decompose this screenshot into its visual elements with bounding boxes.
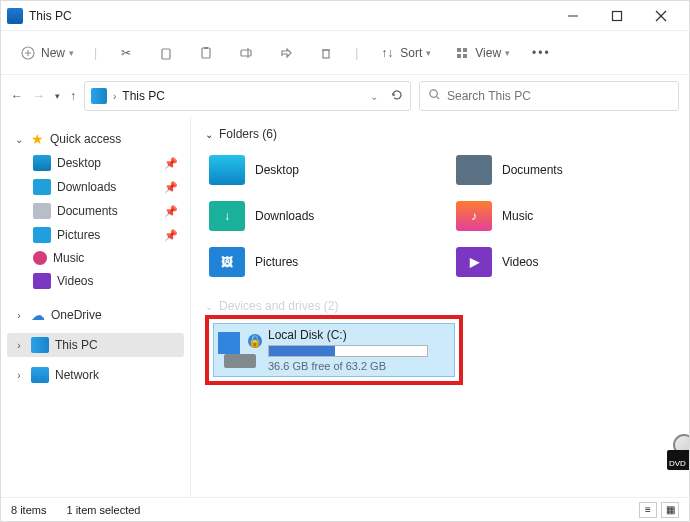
- sidebar-item-desktop[interactable]: Desktop 📌: [7, 151, 184, 175]
- sidebar-item-label: Documents: [57, 204, 118, 218]
- status-bar: 8 items 1 item selected ≡ ▦: [1, 497, 689, 521]
- pin-icon: 📌: [164, 229, 178, 242]
- forward-button[interactable]: →: [33, 89, 45, 103]
- drive-tile-local-disk[interactable]: 🔓 Local Disk (C:) 36.6 GB free of 63.2 G…: [213, 323, 455, 377]
- folder-tile-downloads[interactable]: ↓ Downloads: [205, 197, 428, 235]
- sidebar-item-videos[interactable]: Videos: [7, 269, 184, 293]
- share-button[interactable]: [269, 40, 303, 66]
- documents-icon: [33, 203, 51, 219]
- recent-locations-button[interactable]: ▾: [55, 91, 60, 101]
- lock-icon: 🔓: [248, 334, 262, 348]
- window-title: This PC: [29, 9, 72, 23]
- svg-rect-12: [323, 50, 329, 58]
- search-input[interactable]: [447, 89, 670, 103]
- folder-tile-documents[interactable]: Documents: [452, 151, 675, 189]
- sidebar-item-pictures[interactable]: Pictures 📌: [7, 223, 184, 247]
- folder-tile-videos[interactable]: ▶ Videos: [452, 243, 675, 281]
- pin-icon: 📌: [164, 181, 178, 194]
- sidebar-item-documents[interactable]: Documents 📌: [7, 199, 184, 223]
- group-header-devices[interactable]: ⌄ Devices and drives (2): [205, 299, 675, 313]
- folder-tile-pictures[interactable]: 🖼 Pictures: [205, 243, 428, 281]
- chevron-down-icon: ⌄: [13, 134, 25, 145]
- tile-label: Pictures: [255, 255, 298, 269]
- svg-rect-8: [202, 48, 210, 58]
- drive-tile-dvd[interactable]: DVD DVD Drive (D:): [661, 431, 689, 473]
- group-header-folders[interactable]: ⌄ Folders (6): [205, 127, 675, 141]
- share-icon: [277, 44, 295, 62]
- tiles-view-button[interactable]: ▦: [661, 502, 679, 518]
- toolbar: New ▾ | ✂ | ↑↓ Sort ▾ View ▾ •••: [1, 31, 689, 75]
- sidebar-item-music[interactable]: Music: [7, 247, 184, 269]
- sidebar-item-this-pc[interactable]: › This PC: [7, 333, 184, 357]
- rename-button[interactable]: [229, 40, 263, 66]
- drive-icon: 🔓: [218, 332, 260, 368]
- navigation-bar: ← → ▾ ↑ › This PC ⌄: [1, 75, 689, 117]
- folder-tile-desktop[interactable]: Desktop: [205, 151, 428, 189]
- videos-icon: ▶: [456, 247, 492, 277]
- copy-icon: [157, 44, 175, 62]
- tile-label: Documents: [502, 163, 563, 177]
- close-button[interactable]: [639, 2, 683, 30]
- chevron-right-icon: ›: [13, 310, 25, 321]
- title-bar: This PC: [1, 1, 689, 31]
- chevron-down-icon: ⌄: [205, 129, 213, 140]
- up-button[interactable]: ↑: [70, 89, 76, 103]
- details-view-button[interactable]: ≡: [639, 502, 657, 518]
- rename-icon: [237, 44, 255, 62]
- sidebar-item-network[interactable]: › Network: [7, 363, 184, 387]
- music-icon: [33, 251, 47, 265]
- back-button[interactable]: ←: [11, 89, 23, 103]
- sidebar-item-label: Quick access: [50, 132, 121, 146]
- view-button[interactable]: View ▾: [445, 40, 518, 66]
- plus-icon: [19, 44, 37, 62]
- group-label: Folders (6): [219, 127, 277, 141]
- paste-button[interactable]: [189, 40, 223, 66]
- downloads-icon: ↓: [209, 201, 245, 231]
- status-selection-count: 1 item selected: [66, 504, 140, 516]
- paste-icon: [197, 44, 215, 62]
- group-label: Devices and drives (2): [219, 299, 338, 313]
- address-bar[interactable]: › This PC ⌄: [84, 81, 411, 111]
- drive-free-text: 36.6 GB free of 63.2 GB: [268, 360, 450, 372]
- chevron-down-icon[interactable]: ⌄: [370, 91, 378, 102]
- dvd-badge: DVD: [667, 450, 689, 470]
- highlighted-region: 🔓 Local Disk (C:) 36.6 GB free of 63.2 G…: [205, 315, 463, 385]
- new-label: New: [41, 46, 65, 60]
- copy-button[interactable]: [149, 40, 183, 66]
- minimize-button[interactable]: [551, 2, 595, 30]
- sidebar-item-downloads[interactable]: Downloads 📌: [7, 175, 184, 199]
- sort-button[interactable]: ↑↓ Sort ▾: [370, 40, 439, 66]
- sidebar-item-label: Downloads: [57, 180, 116, 194]
- app-icon: [7, 8, 23, 24]
- desktop-icon: [33, 155, 51, 171]
- sort-icon: ↑↓: [378, 44, 396, 62]
- search-icon: [428, 88, 441, 104]
- sidebar-item-label: Pictures: [57, 228, 100, 242]
- delete-button[interactable]: [309, 40, 343, 66]
- cut-button[interactable]: ✂: [109, 40, 143, 66]
- maximize-button[interactable]: [595, 2, 639, 30]
- svg-rect-16: [457, 54, 461, 58]
- pictures-icon: 🖼: [209, 247, 245, 277]
- network-icon: [31, 367, 49, 383]
- chevron-right-icon: ›: [113, 91, 116, 102]
- folder-tile-music[interactable]: ♪ Music: [452, 197, 675, 235]
- refresh-button[interactable]: [390, 88, 404, 105]
- star-icon: ★: [31, 131, 44, 147]
- trash-icon: [317, 44, 335, 62]
- dvd-drive-icon: DVD: [661, 434, 685, 470]
- view-icon: [453, 44, 471, 62]
- svg-rect-1: [613, 11, 622, 20]
- more-button[interactable]: •••: [524, 42, 559, 64]
- breadcrumb[interactable]: This PC: [122, 89, 364, 103]
- cut-icon: ✂: [117, 44, 135, 62]
- new-button[interactable]: New ▾: [11, 40, 82, 66]
- cloud-icon: ☁: [31, 307, 45, 323]
- documents-icon: [456, 155, 492, 185]
- sidebar-item-onedrive[interactable]: › ☁ OneDrive: [7, 303, 184, 327]
- drive-label: Local Disk (C:): [268, 328, 450, 342]
- search-box[interactable]: [419, 81, 679, 111]
- svg-rect-14: [457, 48, 461, 52]
- pin-icon: 📌: [164, 157, 178, 170]
- sidebar-item-quick-access[interactable]: ⌄ ★ Quick access: [7, 127, 184, 151]
